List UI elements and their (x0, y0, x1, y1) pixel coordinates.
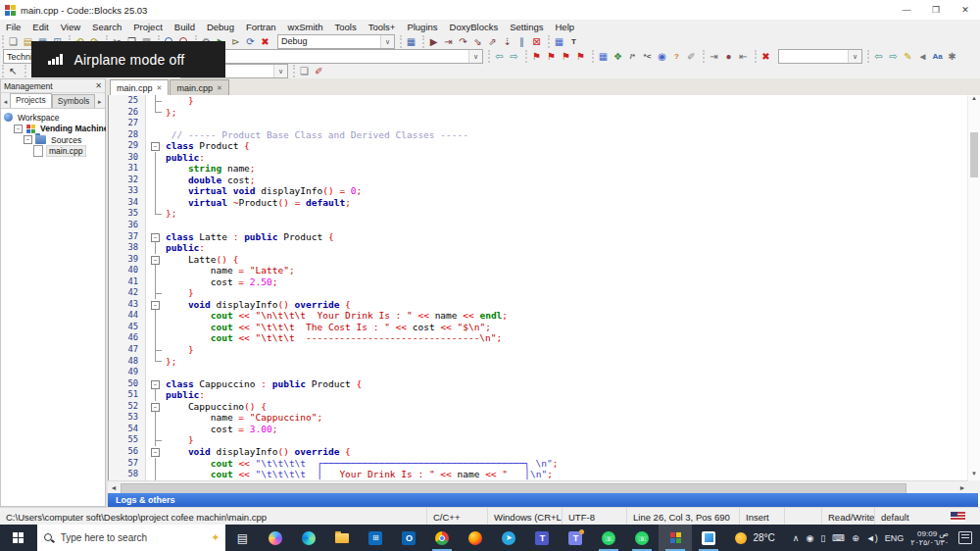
editor-tab-1[interactable]: main.cpp✕ (170, 79, 228, 95)
doxyblocks-config-icon[interactable]: ◉ (655, 50, 669, 63)
menu-item-help[interactable]: Help (550, 22, 581, 32)
next-bookmark-icon[interactable]: ⚑ (559, 50, 573, 63)
taskbar-app-firefox[interactable] (459, 525, 492, 551)
tree-item-workspace[interactable]: Workspace (1, 112, 105, 124)
fold-margin[interactable]: − (146, 401, 166, 413)
fold-margin[interactable]: − (146, 231, 166, 243)
taskbar-app-telegram[interactable]: ➤ (492, 525, 525, 551)
fold-margin[interactable] (146, 344, 166, 356)
toggle-bookmark-icon[interactable]: ⚑ (529, 50, 544, 63)
fold-margin[interactable] (146, 276, 166, 288)
menu-item-tools[interactable]: Tools (328, 22, 362, 32)
prev-bookmark-icon[interactable]: ⚑ (544, 50, 559, 63)
doxy-block-comment-icon[interactable]: /* (625, 50, 640, 63)
management-tab-projects[interactable]: Projects (10, 93, 52, 108)
maximize-button[interactable]: ❐ (921, 0, 951, 20)
menu-item-plugins[interactable]: Plugins (401, 22, 443, 32)
fold-margin[interactable] (146, 185, 166, 197)
fold-margin[interactable]: − (146, 446, 166, 458)
logs-panel-caption[interactable]: Logs & others (108, 493, 978, 507)
horizontal-scrollbar[interactable]: ◄ ► (108, 480, 968, 494)
tree-item-main-cpp[interactable]: main.cpp (1, 146, 105, 158)
code-editor[interactable]: 25 }26};2728 // ----- Product Base Class… (108, 95, 969, 480)
menu-item-project[interactable]: Project (127, 22, 169, 32)
tray-expand-icon[interactable]: ∧ (793, 533, 800, 543)
menu-item-tools+[interactable]: Tools+ (363, 22, 402, 32)
next-line-icon[interactable]: ↷ (456, 35, 470, 48)
taskbar-app-whatsapp[interactable]: ☏ (592, 525, 625, 551)
fold-margin[interactable]: − (146, 299, 166, 311)
nav-back-icon[interactable]: ⇦ (492, 50, 507, 63)
menu-item-search[interactable]: Search (86, 22, 127, 32)
taskbar-app-teams-2[interactable]: T (559, 525, 592, 551)
menu-item-wxsmith[interactable]: wxSmith (282, 22, 329, 32)
menu-item-view[interactable]: View (55, 22, 86, 32)
doxyblocks-help-icon[interactable]: ? (669, 50, 684, 63)
match-word-icon[interactable]: ✱ (945, 50, 959, 63)
rebuild-icon[interactable]: ⟳ (243, 35, 258, 48)
doxy-line-comment-icon[interactable]: *< (640, 50, 655, 63)
build-and-run-icon[interactable]: ⊳ (228, 35, 243, 48)
highlight-pen-icon[interactable]: ✎ (901, 50, 915, 63)
taskbar-search[interactable]: Type here to search ✦ (37, 525, 226, 551)
speaker-icon[interactable]: ◄ (915, 50, 930, 63)
taskbar-app-outlook[interactable]: O (392, 525, 425, 551)
fold-margin[interactable] (146, 424, 166, 435)
weather-widget[interactable]: 28°C (725, 525, 784, 551)
manage-windows-icon[interactable]: ▦ (404, 35, 418, 48)
fold-margin[interactable] (146, 129, 166, 141)
dbg-breakpoint-icon[interactable]: ● (721, 50, 736, 63)
fold-margin[interactable] (146, 242, 166, 254)
fold-margin[interactable] (146, 163, 166, 175)
wxsmith-text-icon[interactable]: T (566, 35, 581, 48)
tree-item-vending-machine[interactable]: −Vending Machine (1, 124, 105, 135)
close-panel-icon[interactable]: ✕ (95, 81, 102, 90)
break-debugger-icon[interactable]: ∥ (514, 35, 529, 48)
fold-margin[interactable]: − (146, 140, 166, 152)
clear-bookmarks-icon[interactable]: ⚑ (573, 50, 588, 63)
step-into-icon[interactable]: ⇘ (470, 35, 485, 48)
vertical-scrollbar[interactable]: ▲ ▼ (967, 95, 980, 480)
scroll-up-icon[interactable]: ▲ (968, 95, 980, 105)
fold-margin[interactable] (146, 107, 166, 119)
fold-margin[interactable] (146, 118, 166, 129)
network-icon[interactable]: ⊕ (852, 533, 859, 543)
keyboard-flag-icon[interactable] (951, 512, 965, 522)
fold-margin[interactable] (146, 208, 166, 220)
fold-margin[interactable] (146, 322, 166, 333)
fold-margin[interactable] (146, 175, 166, 186)
taskbar-app-teams[interactable]: T (525, 525, 559, 551)
wxsmith-window-icon[interactable]: ▦ (552, 35, 566, 48)
settings-tool-icon[interactable]: ✐ (312, 65, 326, 77)
taskbar-app-task-view[interactable]: ▤ (225, 525, 259, 551)
management-tab-symbols[interactable]: Symbols (52, 94, 96, 108)
doxyblocks-extract-icon[interactable]: ▦ (596, 50, 611, 63)
close-tab-icon[interactable]: ✕ (217, 84, 222, 92)
menu-item-debug[interactable]: Debug (201, 22, 240, 32)
phone-icon[interactable]: ▯ (820, 533, 825, 543)
close-tab-icon[interactable]: ✕ (157, 84, 163, 92)
menu-item-build[interactable]: Build (169, 22, 201, 32)
new-file-icon[interactable]: ❏ (6, 35, 21, 48)
close-button[interactable]: ✕ (951, 0, 980, 20)
menu-item-file[interactable]: File (0, 22, 26, 32)
match-case-icon[interactable]: Aa (930, 50, 945, 63)
keyboard-icon[interactable]: ⌨ (832, 533, 845, 543)
menu-item-fortran[interactable]: Fortran (240, 22, 282, 32)
fold-margin[interactable] (146, 310, 166, 322)
fold-margin[interactable] (146, 265, 166, 276)
taskbar-app-edge[interactable] (292, 525, 325, 551)
debug-continue-icon[interactable]: ▶ (426, 35, 441, 48)
menu-item-edit[interactable]: Edit (26, 22, 54, 32)
vertical-scrollbar-thumb[interactable] (970, 132, 978, 177)
doxyblocks-tools-icon[interactable]: ✐ (684, 50, 699, 63)
taskbar-app-microsoft-store[interactable]: ⊞ (359, 525, 392, 551)
fold-margin[interactable] (146, 434, 166, 446)
airplane-mode-toast[interactable]: Airplane mode off (31, 41, 225, 77)
start-button[interactable] (0, 525, 37, 551)
tree-expander-icon[interactable]: − (24, 135, 32, 144)
search-prev-icon[interactable]: ⇦ (871, 50, 886, 63)
taskbar-app-photos[interactable] (692, 525, 725, 551)
nav-forward-icon[interactable]: ⇨ (507, 50, 521, 63)
search-next-icon[interactable]: ⇨ (886, 50, 901, 63)
